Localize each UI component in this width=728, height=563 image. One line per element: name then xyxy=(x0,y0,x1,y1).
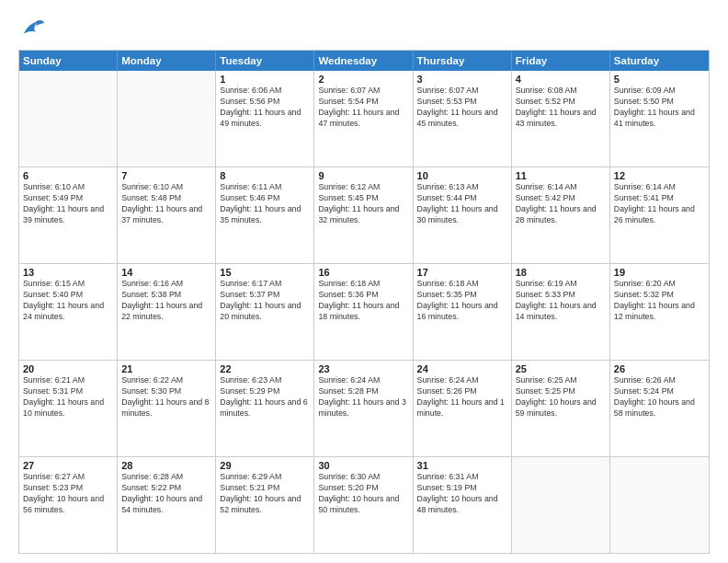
calendar-cell: 28Sunrise: 6:28 AM Sunset: 5:22 PM Dayli… xyxy=(118,457,216,553)
header-day-saturday: Saturday xyxy=(610,51,709,71)
calendar-cell xyxy=(118,71,216,167)
day-info: Sunrise: 6:07 AM Sunset: 5:53 PM Dayligh… xyxy=(417,86,507,130)
day-number: 2 xyxy=(318,74,408,85)
day-number: 10 xyxy=(417,170,507,181)
calendar-cell: 23Sunrise: 6:24 AM Sunset: 5:28 PM Dayli… xyxy=(314,361,413,456)
day-info: Sunrise: 6:24 AM Sunset: 5:26 PM Dayligh… xyxy=(417,375,507,419)
day-info: Sunrise: 6:15 AM Sunset: 5:40 PM Dayligh… xyxy=(23,279,113,323)
calendar-cell: 24Sunrise: 6:24 AM Sunset: 5:26 PM Dayli… xyxy=(414,361,512,456)
calendar-body: 1Sunrise: 6:06 AM Sunset: 5:56 PM Daylig… xyxy=(19,71,709,553)
calendar-cell: 26Sunrise: 6:26 AM Sunset: 5:24 PM Dayli… xyxy=(610,361,709,456)
calendar-cell: 1Sunrise: 6:06 AM Sunset: 5:56 PM Daylig… xyxy=(216,71,314,167)
day-info: Sunrise: 6:10 AM Sunset: 5:48 PM Dayligh… xyxy=(121,182,211,226)
calendar-cell: 29Sunrise: 6:29 AM Sunset: 5:21 PM Dayli… xyxy=(216,457,314,553)
header-day-sunday: Sunday xyxy=(19,51,118,71)
day-number: 27 xyxy=(23,460,113,471)
calendar-cell: 2Sunrise: 6:07 AM Sunset: 5:54 PM Daylig… xyxy=(314,71,413,167)
calendar-cell: 17Sunrise: 6:18 AM Sunset: 5:35 PM Dayli… xyxy=(414,264,512,360)
day-info: Sunrise: 6:11 AM Sunset: 5:46 PM Dayligh… xyxy=(220,182,310,226)
calendar-week-5: 27Sunrise: 6:27 AM Sunset: 5:23 PM Dayli… xyxy=(19,456,709,553)
day-number: 26 xyxy=(614,363,705,374)
header-day-friday: Friday xyxy=(512,51,610,71)
calendar-cell: 7Sunrise: 6:10 AM Sunset: 5:48 PM Daylig… xyxy=(118,167,216,263)
calendar-cell: 18Sunrise: 6:19 AM Sunset: 5:33 PM Dayli… xyxy=(512,264,610,360)
day-number: 17 xyxy=(417,267,507,278)
calendar-week-1: 1Sunrise: 6:06 AM Sunset: 5:56 PM Daylig… xyxy=(19,71,709,167)
day-number: 7 xyxy=(121,170,211,181)
day-info: Sunrise: 6:07 AM Sunset: 5:54 PM Dayligh… xyxy=(318,86,408,130)
day-number: 6 xyxy=(23,170,113,181)
day-number: 13 xyxy=(23,267,113,278)
calendar-cell xyxy=(610,457,709,553)
page-header xyxy=(18,15,710,40)
day-info: Sunrise: 6:25 AM Sunset: 5:25 PM Dayligh… xyxy=(516,375,606,419)
calendar-cell: 9Sunrise: 6:12 AM Sunset: 5:45 PM Daylig… xyxy=(314,167,413,263)
day-number: 8 xyxy=(220,170,310,181)
calendar-cell: 14Sunrise: 6:16 AM Sunset: 5:38 PM Dayli… xyxy=(118,264,216,360)
day-info: Sunrise: 6:29 AM Sunset: 5:21 PM Dayligh… xyxy=(220,472,310,516)
day-info: Sunrise: 6:19 AM Sunset: 5:33 PM Dayligh… xyxy=(516,279,606,323)
calendar-page: SundayMondayTuesdayWednesdayThursdayFrid… xyxy=(0,0,728,563)
day-info: Sunrise: 6:24 AM Sunset: 5:28 PM Dayligh… xyxy=(318,375,408,419)
header-day-tuesday: Tuesday xyxy=(216,51,314,71)
calendar-cell: 12Sunrise: 6:14 AM Sunset: 5:41 PM Dayli… xyxy=(610,167,709,263)
calendar-cell: 11Sunrise: 6:14 AM Sunset: 5:42 PM Dayli… xyxy=(512,167,610,263)
calendar-cell: 19Sunrise: 6:20 AM Sunset: 5:32 PM Dayli… xyxy=(610,264,709,360)
day-info: Sunrise: 6:12 AM Sunset: 5:45 PM Dayligh… xyxy=(318,182,408,226)
day-info: Sunrise: 6:18 AM Sunset: 5:35 PM Dayligh… xyxy=(417,279,507,323)
day-number: 5 xyxy=(614,74,705,85)
day-number: 11 xyxy=(516,170,606,181)
calendar-cell: 5Sunrise: 6:09 AM Sunset: 5:50 PM Daylig… xyxy=(610,71,709,167)
day-info: Sunrise: 6:26 AM Sunset: 5:24 PM Dayligh… xyxy=(614,375,705,419)
calendar: SundayMondayTuesdayWednesdayThursdayFrid… xyxy=(18,50,710,554)
calendar-cell: 10Sunrise: 6:13 AM Sunset: 5:44 PM Dayli… xyxy=(414,167,512,263)
calendar-cell: 30Sunrise: 6:30 AM Sunset: 5:20 PM Dayli… xyxy=(314,457,413,553)
day-info: Sunrise: 6:13 AM Sunset: 5:44 PM Dayligh… xyxy=(417,182,507,226)
calendar-cell: 3Sunrise: 6:07 AM Sunset: 5:53 PM Daylig… xyxy=(414,71,512,167)
calendar-cell xyxy=(19,71,118,167)
day-number: 25 xyxy=(516,363,606,374)
day-number: 3 xyxy=(417,74,507,85)
day-number: 15 xyxy=(220,267,310,278)
day-info: Sunrise: 6:27 AM Sunset: 5:23 PM Dayligh… xyxy=(23,472,113,516)
day-info: Sunrise: 6:08 AM Sunset: 5:52 PM Dayligh… xyxy=(516,86,606,130)
day-number: 16 xyxy=(318,267,408,278)
day-number: 21 xyxy=(121,363,211,374)
calendar-cell: 27Sunrise: 6:27 AM Sunset: 5:23 PM Dayli… xyxy=(19,457,118,553)
day-info: Sunrise: 6:23 AM Sunset: 5:29 PM Dayligh… xyxy=(220,375,310,419)
calendar-cell: 6Sunrise: 6:10 AM Sunset: 5:49 PM Daylig… xyxy=(19,167,118,263)
day-info: Sunrise: 6:30 AM Sunset: 5:20 PM Dayligh… xyxy=(318,472,408,516)
header-day-thursday: Thursday xyxy=(414,51,512,71)
calendar-cell xyxy=(512,457,610,553)
header-day-wednesday: Wednesday xyxy=(314,51,413,71)
day-number: 19 xyxy=(614,267,705,278)
calendar-cell: 15Sunrise: 6:17 AM Sunset: 5:37 PM Dayli… xyxy=(216,264,314,360)
day-info: Sunrise: 6:14 AM Sunset: 5:42 PM Dayligh… xyxy=(516,182,606,226)
calendar-cell: 20Sunrise: 6:21 AM Sunset: 5:31 PM Dayli… xyxy=(19,361,118,456)
logo xyxy=(18,15,46,40)
day-info: Sunrise: 6:17 AM Sunset: 5:37 PM Dayligh… xyxy=(220,279,310,323)
day-number: 4 xyxy=(516,74,606,85)
day-number: 1 xyxy=(220,74,310,85)
day-info: Sunrise: 6:09 AM Sunset: 5:50 PM Dayligh… xyxy=(614,86,705,130)
day-info: Sunrise: 6:20 AM Sunset: 5:32 PM Dayligh… xyxy=(614,279,705,323)
day-info: Sunrise: 6:21 AM Sunset: 5:31 PM Dayligh… xyxy=(23,375,113,419)
day-info: Sunrise: 6:31 AM Sunset: 5:19 PM Dayligh… xyxy=(417,472,507,516)
calendar-cell: 21Sunrise: 6:22 AM Sunset: 5:30 PM Dayli… xyxy=(118,361,216,456)
day-number: 30 xyxy=(318,460,408,471)
calendar-header: SundayMondayTuesdayWednesdayThursdayFrid… xyxy=(19,51,709,71)
day-info: Sunrise: 6:22 AM Sunset: 5:30 PM Dayligh… xyxy=(121,375,211,419)
calendar-cell: 4Sunrise: 6:08 AM Sunset: 5:52 PM Daylig… xyxy=(512,71,610,167)
logo-bird-icon xyxy=(20,15,46,40)
calendar-week-4: 20Sunrise: 6:21 AM Sunset: 5:31 PM Dayli… xyxy=(19,360,709,456)
calendar-cell: 22Sunrise: 6:23 AM Sunset: 5:29 PM Dayli… xyxy=(216,361,314,456)
day-info: Sunrise: 6:28 AM Sunset: 5:22 PM Dayligh… xyxy=(121,472,211,516)
day-number: 20 xyxy=(23,363,113,374)
calendar-cell: 8Sunrise: 6:11 AM Sunset: 5:46 PM Daylig… xyxy=(216,167,314,263)
header-day-monday: Monday xyxy=(118,51,216,71)
day-number: 9 xyxy=(318,170,408,181)
day-info: Sunrise: 6:18 AM Sunset: 5:36 PM Dayligh… xyxy=(318,279,408,323)
calendar-week-2: 6Sunrise: 6:10 AM Sunset: 5:49 PM Daylig… xyxy=(19,167,709,263)
day-number: 28 xyxy=(121,460,211,471)
calendar-cell: 31Sunrise: 6:31 AM Sunset: 5:19 PM Dayli… xyxy=(414,457,512,553)
